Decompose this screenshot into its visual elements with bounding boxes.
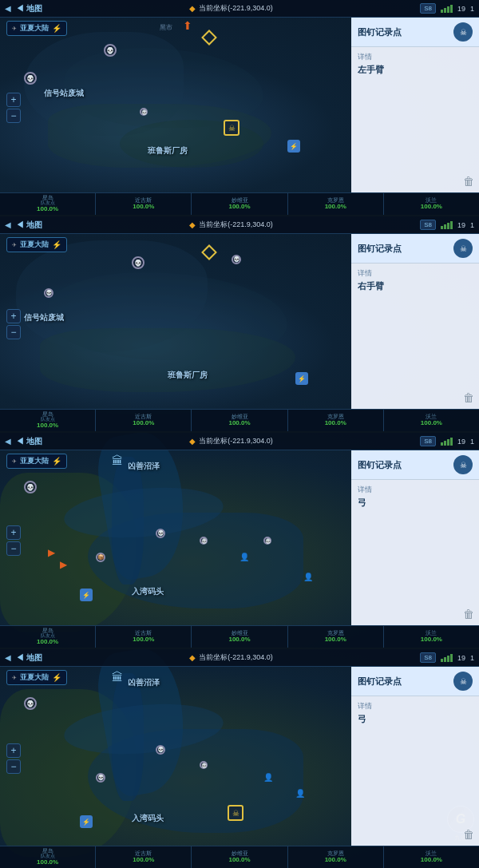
back-button-3[interactable]: ◀ — [5, 437, 11, 446]
stat-name-3-2: 近古斯 — [135, 630, 152, 636]
top-bar-2: ◀ ◀ 地图 ◆ 当前坐标(-221.9,304.0) S8 19 1 — [0, 216, 479, 234]
zoom-in-2[interactable]: + — [6, 309, 21, 323]
map-label-signal-1: 信号站废城 — [44, 88, 84, 99]
panel-delete-3[interactable]: 🗑 — [351, 603, 479, 625]
badge-extra-2: 1 — [470, 221, 474, 229]
panel-delete-1[interactable]: 🗑 — [351, 170, 479, 192]
marker-small-1: 💀 — [140, 108, 148, 116]
marker-blue-2: ⚡ — [295, 372, 308, 385]
marker-skull-3b: 💀 — [156, 529, 165, 538]
badge-s8-3: S8 — [420, 436, 436, 446]
marker-person-4: 👤 — [263, 769, 273, 783]
map-label-port-3: 入湾码头 — [132, 586, 164, 597]
panel-delete-4[interactable]: 🗑 — [351, 823, 479, 846]
delete-icon-2[interactable]: 🗑 — [463, 391, 474, 404]
black-market-1: 黑市 ⬆ — [160, 19, 192, 32]
top-bar-3: ◀ ◀ 地图 ◆ 当前坐标(-221.9,304.0) S8 19 1 — [0, 433, 479, 450]
marker-diamond-2 — [204, 247, 215, 258]
badge-extra-1: 1 — [470, 5, 474, 13]
map-label-2: ◀ 地图 — [16, 220, 42, 231]
detail-label-2: 详情 — [358, 268, 473, 279]
badge-extra-4: 1 — [470, 654, 474, 662]
detail-label-4: 详情 — [358, 701, 473, 711]
stat-value-4-4: 100.0% — [325, 856, 346, 864]
stat-3-1: 星岛 队友点 100.0% — [0, 626, 96, 648]
coords-3: 当前坐标(-221.9,304.0) — [199, 436, 273, 446]
region-label-2: ✈ 亚夏大陆 ⚡ — [6, 237, 67, 252]
detail-value-1: 左手臂 — [358, 64, 473, 76]
map-label-4: ◀ 地图 — [16, 652, 42, 664]
panel-icon-3: ☠ — [453, 455, 473, 474]
back-button-1[interactable]: ◀ — [5, 4, 11, 13]
marker-skull-3a: 💀 — [24, 481, 37, 493]
stat-value-1-1: 100.0% — [37, 205, 58, 213]
stat-name-3-5: 沃兰 — [426, 630, 437, 636]
back-button-2[interactable]: ◀ — [5, 220, 11, 229]
zoom-controls-3: + − — [6, 525, 21, 556]
stat-value-3-4: 100.0% — [325, 636, 346, 644]
stat-value-2-1: 100.0% — [37, 422, 58, 430]
stat-value-4-5: 100.0% — [421, 856, 442, 864]
right-panel-3: 图钉记录点 ☠ 详情 弓 🗑 — [351, 450, 479, 625]
zoom-out-3[interactable]: − — [6, 541, 21, 556]
badge-num-1: 19 — [457, 5, 465, 13]
panel-title-3: 图钉记录点 — [358, 459, 402, 471]
detail-label-1: 详情 — [358, 52, 473, 62]
stat-1-3: 妙维亚 100.0% — [192, 193, 287, 215]
detail-value-4: 弓 — [358, 713, 473, 725]
marker-blue-4: ⚡ — [80, 815, 93, 828]
panel-delete-2[interactable]: 🗑 — [351, 386, 479, 409]
stat-3-2: 近古斯 100.0% — [96, 626, 192, 648]
stats-bar-1: 星岛 队友点 100.0% 近古斯 100.0% 妙维亚 100.0% 克罗恩 … — [0, 192, 479, 215]
stat-value-3-3: 100.0% — [228, 636, 250, 644]
stat-value-3-1: 100.0% — [37, 638, 58, 646]
right-panel-1: 图钉记录点 ☠ 详情 左手臂 🗑 — [351, 18, 479, 192]
zoom-out-2[interactable]: − — [6, 325, 21, 339]
zoom-out-4[interactable]: − — [6, 759, 21, 774]
signal-1 — [441, 5, 453, 13]
marker-tower-4: 🏛 — [112, 670, 123, 684]
map-label-3: ◀ 地图 — [16, 436, 42, 447]
stat-4-1: 星岛 队友点 100.0% — [0, 846, 96, 868]
stat-3-5: 沃兰 100.0% — [384, 626, 479, 648]
marker-person-4b: 👤 — [295, 785, 305, 799]
back-button-4[interactable]: ◀ — [5, 653, 11, 662]
map-label-factory-2: 班鲁斯厂房 — [168, 370, 208, 381]
zoom-in-4[interactable]: + — [6, 743, 21, 758]
stat-1-4: 克罗恩 100.0% — [288, 193, 384, 215]
badge-num-3: 19 — [457, 438, 465, 446]
top-bar-4: ◀ ◀ 地图 ◆ 当前坐标(-221.9,304.0) S8 19 1 — [0, 649, 479, 667]
panel-header-4: 图钉记录点 ☠ — [351, 667, 479, 696]
delete-icon-4[interactable]: 🗑 — [463, 828, 474, 841]
stat-name-3-3: 妙维亚 — [232, 630, 248, 636]
top-bar-1: ◀ ◀ 地图 ◆ 当前坐标(-221.9,304.0) S8 19 1 — [0, 0, 479, 18]
zoom-controls-4: + − — [6, 743, 21, 774]
detail-label-3: 详情 — [358, 485, 473, 495]
panel-1: ◀ ◀ 地图 ◆ 当前坐标(-221.9,304.0) S8 19 1 ✈ 亚夏… — [0, 0, 479, 216]
panel-2: ◀ ◀ 地图 ◆ 当前坐标(-221.9,304.0) S8 19 1 ✈ 亚夏… — [0, 216, 479, 433]
right-panel-2: 图钉记录点 ☠ 详情 右手臂 🗑 — [351, 234, 479, 409]
zoom-out-1[interactable]: − — [6, 109, 21, 123]
stat-name-1-1: 星岛 — [42, 195, 53, 200]
badge-s8-1: S8 — [420, 3, 436, 14]
delete-icon-3[interactable]: 🗑 — [463, 608, 474, 620]
panel-content-1: 详情 左手臂 — [351, 47, 479, 113]
stat-4-2: 近古斯 100.0% — [96, 846, 192, 868]
marker-person-3b: 👤 — [303, 569, 313, 583]
stat-name-1-4: 克罗恩 — [327, 197, 344, 203]
stat-value-2-2: 100.0% — [133, 419, 154, 427]
region-label-1: ✈ 亚夏大陆 ⚡ — [6, 21, 67, 36]
stat-value-4-2: 100.0% — [133, 856, 154, 864]
marker-person-3: 👤 — [240, 549, 249, 563]
panel-title-4: 图钉记录点 — [358, 676, 402, 688]
stat-name-1-2: 近古斯 — [135, 197, 152, 203]
zoom-in-3[interactable]: + — [6, 525, 21, 540]
stat-name-3-4: 克罗恩 — [327, 630, 344, 636]
delete-icon-1[interactable]: 🗑 — [463, 175, 474, 188]
stat-1-1: 星岛 队友点 100.0% — [0, 193, 96, 215]
zoom-in-1[interactable]: + — [6, 93, 21, 107]
stat-name-4-1: 星岛 — [42, 848, 53, 854]
stat-4-3: 妙维亚 100.0% — [192, 846, 287, 868]
map-label-marsh-3: 凶善沼泽 — [128, 461, 160, 472]
stat-value-3-5: 100.0% — [421, 636, 442, 644]
